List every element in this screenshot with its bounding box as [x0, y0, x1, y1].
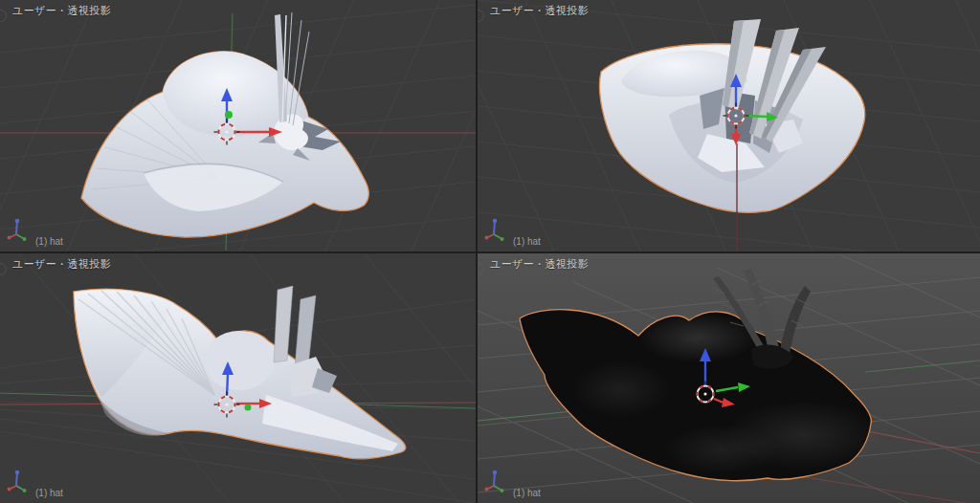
hat-crown: [204, 331, 275, 390]
mini-axis-gizmo[interactable]: [481, 215, 510, 244]
y-axis-arrow[interactable]: [746, 116, 767, 117]
viewport-canvas[interactable]: [0, 0, 476, 252]
blender-quad-view: ユーザー・透視投影 (1) hat: [0, 0, 980, 503]
viewport-top-left[interactable]: ユーザー・透視投影 (1) hat: [0, 0, 476, 252]
mini-axis-gizmo[interactable]: [4, 467, 33, 495]
viewport-canvas[interactable]: [478, 253, 980, 503]
y-axis-handle[interactable]: [245, 405, 252, 411]
mini-axis-gizmo[interactable]: [4, 215, 33, 244]
viewport-top-right[interactable]: ユーザー・透視投影 (1) hat: [478, 0, 980, 252]
viewport-canvas[interactable]: [0, 253, 476, 503]
viewport-bottom-right[interactable]: ユーザー・透視投影 (1) hat: [478, 253, 980, 503]
viewport-bottom-left[interactable]: ユーザー・透視投影 (1) hat: [0, 253, 476, 503]
mini-axis-gizmo[interactable]: [481, 467, 510, 495]
viewport-canvas[interactable]: [478, 0, 980, 252]
y-axis-handle[interactable]: [225, 111, 233, 119]
